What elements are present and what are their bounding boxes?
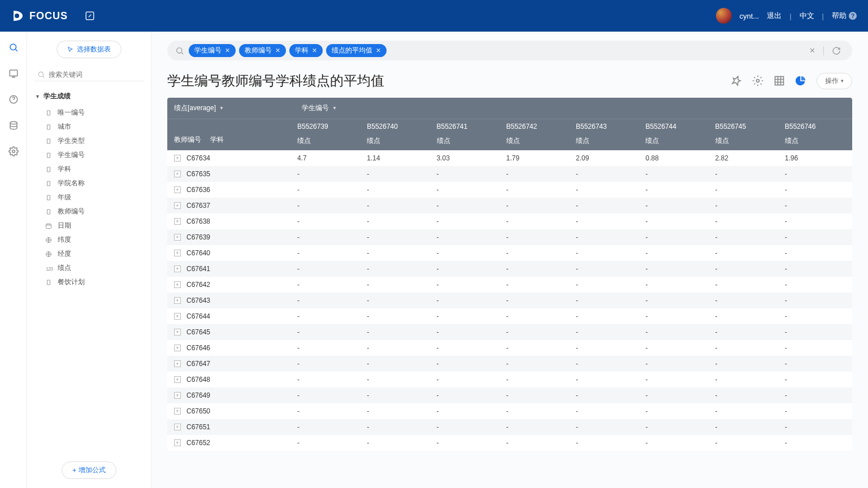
edit-icon[interactable] [85,11,95,21]
table-cell: - [713,217,783,225]
expand-icon[interactable]: + [174,329,181,336]
help-link[interactable]: 帮助? [832,11,857,21]
field-item[interactable]: 123绩点 [44,261,144,275]
nav-data-icon[interactable] [8,120,19,131]
table-cell: - [783,265,852,273]
table-cell: - [783,312,852,320]
field-item[interactable]: 学生编号 [44,148,144,162]
table-cell: - [783,423,852,431]
chip-remove-icon[interactable]: ✕ [312,47,317,54]
language-link[interactable]: 中文 [800,11,814,21]
field-item[interactable]: 学科 [44,162,144,176]
query-chip[interactable]: 绩点的平均值✕ [326,44,387,57]
sidebar-search[interactable] [34,68,144,81]
expand-icon[interactable]: + [174,313,181,320]
field-item[interactable]: 教师编号 [44,204,144,219]
clear-query-icon[interactable]: ✕ [806,46,819,55]
field-item[interactable]: 经度 [44,247,144,261]
metric-header[interactable]: 绩点[average]▼ [167,98,295,119]
field-item[interactable]: 餐饮计划 [44,275,144,289]
actions-button[interactable]: 操作 ▾ [817,73,852,89]
expand-icon[interactable]: + [174,281,181,288]
pin-icon[interactable] [731,75,742,86]
field-item[interactable]: 纬度 [44,233,144,247]
expand-icon[interactable]: + [174,186,181,193]
svg-rect-13 [775,77,784,85]
expand-icon[interactable]: + [174,408,181,415]
nav-search-icon[interactable] [8,42,19,53]
table-cell: - [574,328,643,336]
field-item[interactable]: 日期 [44,219,144,233]
chip-remove-icon[interactable]: ✕ [225,47,230,54]
column-header[interactable]: B5526742绩点 [504,119,574,150]
select-table-button[interactable]: 选择数据表 [57,41,121,58]
expand-icon[interactable]: + [174,345,181,351]
user-name[interactable]: cynt... [740,12,760,20]
nav-board-icon[interactable] [8,68,19,79]
chip-remove-icon[interactable]: ✕ [376,47,381,54]
query-chip[interactable]: 教师编号✕ [239,44,286,57]
expand-icon[interactable]: + [174,360,181,367]
table-cell: - [783,439,852,447]
expand-icon[interactable]: + [174,424,181,430]
table-cell: - [364,360,434,368]
dim-header[interactable]: 学生编号▼ [295,98,852,119]
table-cell: - [295,328,364,336]
expand-icon[interactable]: + [174,250,181,256]
expand-icon[interactable]: + [174,234,181,241]
table-cell: - [364,217,434,225]
header-right: cynt... 退出 | 中文 | 帮助? [716,8,857,24]
table-view-icon[interactable] [774,75,785,86]
field-type-icon [45,251,53,258]
field-item[interactable]: 年级 [44,190,144,204]
settings-icon[interactable] [752,75,763,86]
field-item[interactable]: 学院名称 [44,176,144,190]
field-item[interactable]: 学生类型 [44,134,144,148]
field-item[interactable]: 唯一编号 [44,106,144,120]
column-header[interactable]: B5526739绩点 [295,119,364,150]
sidebar-search-input[interactable] [49,71,141,79]
caret-down-icon: ▼ [35,94,40,99]
nav-help-icon[interactable] [8,94,19,105]
column-header[interactable]: B5526744绩点 [643,119,713,150]
column-header[interactable]: B5526745绩点 [713,119,783,150]
nav-settings-icon[interactable] [8,146,19,157]
table-row: +C67640-------- [167,245,852,261]
column-header[interactable]: B5526740绩点 [364,119,434,150]
table-cell: - [295,391,364,399]
table-cell: - [504,249,574,257]
column-header[interactable]: B5526746绩点 [783,119,852,150]
add-formula-button[interactable]: + 增加公式 [62,461,116,479]
table-cell: - [504,186,574,194]
table-cell: - [504,439,574,447]
query-chip[interactable]: 学生编号✕ [189,44,236,57]
expand-icon[interactable]: + [174,392,181,399]
tree-group[interactable]: ▼ 学生成绩 [34,89,144,103]
expand-icon[interactable]: + [174,297,181,304]
column-header[interactable]: B5526743绩点 [574,119,643,150]
expand-icon[interactable]: + [174,218,181,225]
expand-icon[interactable]: + [174,439,181,446]
field-label: 日期 [58,221,71,230]
logout-link[interactable]: 退出 [767,11,782,21]
table-cell: - [504,217,574,225]
expand-icon[interactable]: + [174,155,181,162]
expand-icon[interactable]: + [174,265,181,272]
expand-icon[interactable]: + [174,171,181,177]
expand-icon[interactable]: + [174,376,181,383]
chart-view-icon[interactable] [795,75,806,86]
avatar[interactable] [716,8,732,24]
refresh-icon[interactable] [828,46,844,55]
column-header[interactable]: B5526741绩点 [435,119,504,150]
field-item[interactable]: 城市 [44,120,144,134]
row-headers-label: 教师编号 学科 [167,119,295,150]
sidebar: 选择数据表 ▼ 学生成绩 唯一编号城市学生类型学生编号学科学院名称年级教师编号日… [27,32,151,488]
table-cell: - [364,170,434,178]
query-chip[interactable]: 学科✕ [289,44,323,57]
table-cell: - [574,170,643,178]
table-cell: - [364,297,434,304]
svg-rect-8 [46,224,51,228]
query-bar: 学生编号✕教师编号✕学科✕绩点的平均值✕ ✕ [167,41,852,60]
chip-remove-icon[interactable]: ✕ [275,47,280,54]
expand-icon[interactable]: + [174,202,181,209]
